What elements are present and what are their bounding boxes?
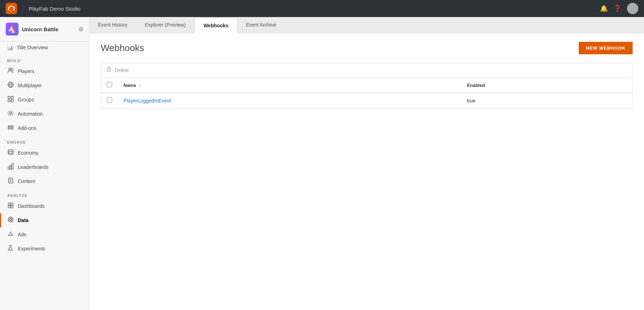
table-header-row: Name ↑ Enabled (101, 78, 632, 93)
addons-icon (7, 124, 14, 132)
automation-label: Automation (18, 111, 43, 117)
svg-rect-26 (11, 206, 13, 208)
topbar-right: 🔔 ❓ (600, 3, 638, 14)
sidebar-item-content[interactable]: Content (0, 174, 89, 188)
sort-icon-name[interactable]: ↑ (139, 83, 141, 88)
section-label-engage: ENGAGE (0, 135, 89, 146)
content-icon (7, 177, 14, 185)
svg-rect-18 (12, 164, 13, 169)
multiplayer-icon (7, 82, 14, 89)
dashboards-icon (7, 202, 14, 210)
page-title: Webhooks (101, 43, 144, 54)
webhook-enabled-cell: true (461, 93, 632, 109)
groups-icon (7, 96, 14, 104)
svg-rect-25 (8, 206, 10, 208)
delete-icon (106, 67, 112, 74)
svg-rect-24 (11, 203, 13, 205)
delete-label: Delete (115, 67, 129, 73)
tab-webhooks[interactable]: Webhooks (194, 17, 237, 33)
svg-point-27 (10, 218, 12, 221)
select-all-cell (101, 78, 118, 93)
sidebar: 🦄 Unicorn Battle ⚙ 📊 Title Overview BUIL… (0, 17, 89, 310)
section-label-build: BUILD (0, 54, 89, 64)
svg-point-28 (8, 217, 13, 222)
multiplayer-label: Multiplayer (18, 83, 42, 88)
select-all-checkbox[interactable] (107, 82, 112, 87)
sidebar-item-automation[interactable]: Automation (0, 107, 89, 121)
webhook-name-link[interactable]: PlayerLoggedInEvent (123, 98, 171, 104)
sidebar-item-experiments[interactable]: Experiments (0, 242, 89, 256)
section-label-analyze: ANALYZE (0, 188, 89, 199)
new-webhook-button[interactable]: NEW WEBHOOK (579, 42, 633, 54)
ads-icon (7, 231, 14, 238)
svg-rect-30 (108, 67, 110, 68)
data-icon (7, 216, 14, 224)
ads-label: Ads (18, 232, 26, 237)
help-icon[interactable]: ❓ (613, 5, 621, 12)
webhooks-table-container: Delete Name ↑ Ena (101, 63, 633, 109)
tab-event-history[interactable]: Event History (89, 17, 136, 33)
content-area: Event History Explorer (Preview) Webhook… (89, 17, 644, 310)
sidebar-item-multiplayer[interactable]: Multiplayer (0, 78, 89, 93)
sidebar-item-groups[interactable]: Groups (0, 93, 89, 107)
economy-icon (7, 149, 14, 157)
content-label: Content (18, 178, 35, 184)
sidebar-item-economy[interactable]: Economy (0, 146, 89, 160)
sidebar-header: 🦄 Unicorn Battle ⚙ (0, 17, 89, 41)
experiments-icon (7, 245, 14, 253)
players-icon (7, 67, 14, 75)
dashboards-label: Dashboards (18, 203, 45, 209)
economy-label: Economy (18, 150, 38, 156)
title-overview-icon: 📊 (7, 45, 13, 50)
topbar-divider (23, 4, 23, 13)
sidebar-item-leaderboards[interactable]: Leaderboards (0, 160, 89, 174)
tabs-bar: Event History Explorer (Preview) Webhook… (89, 17, 644, 33)
svg-rect-8 (11, 96, 13, 99)
tab-explorer-preview[interactable]: Explorer (Preview) (136, 17, 194, 33)
playfab-logo[interactable] (6, 3, 17, 14)
tab-event-archive[interactable]: Event Archive (237, 17, 285, 33)
sidebar-item-title-overview[interactable]: 📊 Title Overview (0, 41, 89, 54)
addons-label: Add-ons (18, 125, 36, 131)
webhooks-table: Name ↑ Enabled (101, 78, 632, 109)
column-name: Name ↑ (118, 78, 461, 93)
gear-icon[interactable]: ⚙ (78, 26, 83, 33)
row-checkbox[interactable] (107, 98, 112, 103)
row-select-cell (101, 93, 118, 109)
svg-rect-12 (8, 126, 13, 127)
data-label: Data (18, 217, 28, 223)
players-label: Players (18, 68, 34, 74)
leaderboards-icon (7, 163, 14, 171)
sidebar-item-data[interactable]: Data (0, 213, 89, 227)
svg-point-15 (8, 150, 13, 151)
page-content: Webhooks NEW WEBHOOK Delete (89, 33, 644, 310)
groups-label: Groups (18, 97, 34, 103)
sidebar-item-players[interactable]: Players (0, 64, 89, 78)
svg-point-3 (12, 68, 13, 70)
user-avatar[interactable] (627, 3, 638, 14)
svg-rect-14 (8, 128, 13, 129)
bell-icon[interactable]: 🔔 (600, 5, 608, 12)
experiments-label: Experiments (18, 246, 45, 251)
project-icon: 🦄 (6, 23, 18, 35)
svg-point-2 (9, 68, 11, 70)
column-enabled: Enabled (461, 78, 632, 93)
table-row: PlayerLoggedInEvent true (101, 93, 632, 109)
page-header: Webhooks NEW WEBHOOK (101, 42, 633, 54)
svg-rect-9 (8, 100, 10, 102)
project-name: Unicorn Battle (22, 26, 75, 32)
topbar: PlayFab Demo Studio 🔔 ❓ (0, 0, 644, 17)
svg-rect-17 (10, 165, 11, 169)
topbar-app-name: PlayFab Demo Studio (29, 6, 81, 12)
sidebar-item-dashboards[interactable]: Dashboards (0, 199, 89, 213)
svg-rect-31 (107, 68, 111, 68)
svg-rect-16 (8, 167, 10, 169)
title-overview-label: Title Overview (17, 45, 48, 50)
table-toolbar: Delete (101, 63, 632, 78)
sidebar-item-addons[interactable]: Add-ons (0, 121, 89, 135)
svg-point-11 (10, 112, 12, 114)
svg-rect-23 (8, 203, 10, 205)
sidebar-item-ads[interactable]: Ads (0, 227, 89, 242)
svg-rect-10 (11, 100, 13, 102)
webhook-name-cell: PlayerLoggedInEvent (118, 93, 461, 109)
